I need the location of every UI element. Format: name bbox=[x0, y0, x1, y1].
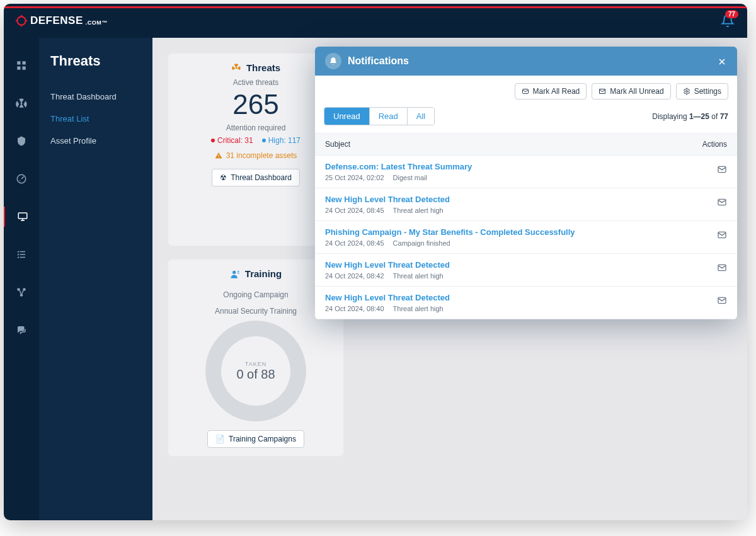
notification-title[interactable]: Defense.com: Latest Threat Summary bbox=[325, 162, 472, 171]
topbar: DEFENSE .COM™ 77 bbox=[4, 4, 747, 38]
notifications-bell[interactable]: 77 bbox=[721, 14, 735, 28]
col-subject: Subject bbox=[325, 140, 350, 149]
notifications-header: Notifications bbox=[315, 47, 737, 76]
sidebar-item-threat-list[interactable]: Threat List bbox=[50, 108, 141, 130]
svg-point-16 bbox=[232, 271, 236, 274]
threat-dashboard-button[interactable]: ☢ Threat Dashboard bbox=[212, 169, 300, 186]
rail-threats-icon[interactable] bbox=[4, 93, 39, 113]
rail-dashboard-icon[interactable] bbox=[4, 55, 39, 76]
notification-item[interactable]: Phishing Campaign - My Star Benefits - C… bbox=[315, 221, 737, 254]
svg-rect-8 bbox=[23, 67, 26, 70]
page-title: Threats bbox=[50, 53, 141, 69]
attention-label: Attention required bbox=[226, 123, 286, 132]
notification-meta: 25 Oct 2024, 02:02Digest mail bbox=[325, 174, 472, 181]
training-campaigns-button[interactable]: 📄 Training Campaigns bbox=[207, 430, 304, 448]
training-card-title: Training bbox=[245, 268, 282, 279]
notification-meta: 24 Oct 2024, 08:42Threat alert high bbox=[325, 272, 450, 280]
dot-icon bbox=[262, 139, 266, 142]
notification-item[interactable]: New High Level Threat Detected 24 Oct 20… bbox=[315, 287, 737, 319]
envelope-icon[interactable] bbox=[717, 229, 727, 240]
notification-title[interactable]: New High Level Threat Detected bbox=[325, 195, 450, 204]
ring-value: 0 of 88 bbox=[236, 367, 275, 382]
svg-point-17 bbox=[685, 91, 687, 93]
svg-rect-7 bbox=[17, 67, 20, 70]
training-progress-ring: TAKEN 0 of 88 bbox=[205, 321, 306, 421]
incomplete-assets-link[interactable]: 31 incomplete assets bbox=[215, 151, 297, 160]
svg-rect-5 bbox=[17, 61, 20, 64]
tab-unread[interactable]: Unread bbox=[324, 108, 369, 125]
notification-count-badge: 77 bbox=[725, 10, 738, 18]
notification-meta: 24 Oct 2024, 08:45Campaign finished bbox=[325, 239, 575, 247]
envelope-icon[interactable] bbox=[717, 163, 727, 174]
logo-text: DEFENSE bbox=[30, 14, 83, 27]
training-line2: Annual Security Training bbox=[215, 307, 297, 316]
mark-all-read-button[interactable]: Mark All Read bbox=[515, 83, 587, 100]
svg-point-0 bbox=[17, 16, 25, 25]
training-line1: Ongoing Campaign bbox=[223, 290, 288, 299]
settings-button[interactable]: Settings bbox=[676, 83, 728, 100]
threat-count: 265 bbox=[232, 89, 278, 120]
envelope-icon[interactable] bbox=[717, 196, 727, 207]
rail-shield-icon[interactable] bbox=[4, 131, 39, 151]
notification-meta: 24 Oct 2024, 08:40Threat alert high bbox=[325, 305, 450, 312]
radiation-icon bbox=[231, 62, 241, 73]
high-count[interactable]: High: 117 bbox=[262, 136, 301, 145]
sidebar-item-asset-profile[interactable]: Asset Profile bbox=[50, 130, 141, 152]
sidebar-item-threat-dashboard[interactable]: Threat Dashboard bbox=[50, 86, 141, 108]
icon-rail bbox=[4, 38, 39, 520]
notification-item[interactable]: New High Level Threat Detected 24 Oct 20… bbox=[315, 188, 737, 221]
logo-target-icon bbox=[15, 14, 28, 27]
table-header: Subject Actions bbox=[315, 133, 737, 156]
notification-list: Defense.com: Latest Threat Summary 25 Oc… bbox=[315, 156, 737, 319]
tab-all[interactable]: All bbox=[407, 108, 434, 125]
tab-read[interactable]: Read bbox=[369, 108, 407, 125]
ring-label: TAKEN bbox=[236, 361, 275, 367]
notifications-title: Notifications bbox=[348, 55, 409, 67]
radiation-small-icon: ☢ bbox=[220, 173, 227, 182]
close-icon[interactable] bbox=[717, 55, 727, 67]
rail-gauge-icon[interactable] bbox=[4, 169, 39, 189]
notification-title[interactable]: Phishing Campaign - My Star Benefits - C… bbox=[325, 227, 575, 237]
accent-bar bbox=[4, 6, 747, 8]
notification-title[interactable]: New High Level Threat Detected bbox=[325, 293, 450, 302]
envelope-icon[interactable] bbox=[717, 261, 727, 273]
col-actions: Actions bbox=[702, 140, 727, 149]
sub-sidebar: Threats Threat Dashboard Threat List Ass… bbox=[39, 38, 152, 520]
dot-icon bbox=[211, 139, 215, 142]
rail-monitor-icon[interactable] bbox=[4, 207, 38, 227]
notification-item[interactable]: Defense.com: Latest Threat Summary 25 Oc… bbox=[315, 156, 737, 188]
training-user-icon bbox=[230, 268, 240, 279]
notification-item[interactable]: New High Level Threat Detected 24 Oct 20… bbox=[315, 254, 737, 287]
display-count: Displaying 1—25 of 77 bbox=[652, 112, 728, 121]
svg-point-14 bbox=[20, 294, 23, 297]
rail-chat-icon[interactable] bbox=[4, 320, 39, 340]
notification-title[interactable]: New High Level Threat Detected bbox=[325, 260, 450, 270]
svg-point-15 bbox=[236, 67, 238, 69]
active-threats-label: Active threats bbox=[233, 78, 279, 87]
bell-icon bbox=[325, 53, 341, 69]
svg-rect-6 bbox=[23, 61, 26, 64]
mark-all-unread-button[interactable]: Mark All Unread bbox=[592, 83, 670, 100]
logo[interactable]: DEFENSE .COM™ bbox=[15, 14, 108, 27]
svg-rect-11 bbox=[18, 213, 27, 219]
threats-card-title: Threats bbox=[246, 62, 280, 73]
rail-checklist-icon[interactable] bbox=[4, 244, 39, 265]
notification-meta: 24 Oct 2024, 08:45Threat alert high bbox=[325, 207, 450, 214]
envelope-icon[interactable] bbox=[717, 294, 727, 305]
filter-tabs: Unread Read All bbox=[324, 107, 435, 125]
notifications-panel: Notifications Mark All Read Mark All Unr… bbox=[315, 47, 737, 319]
rail-network-icon[interactable] bbox=[4, 282, 39, 302]
document-icon: 📄 bbox=[215, 435, 225, 443]
logo-suffix: .COM™ bbox=[86, 20, 108, 26]
critical-count[interactable]: Critical: 31 bbox=[211, 136, 253, 145]
